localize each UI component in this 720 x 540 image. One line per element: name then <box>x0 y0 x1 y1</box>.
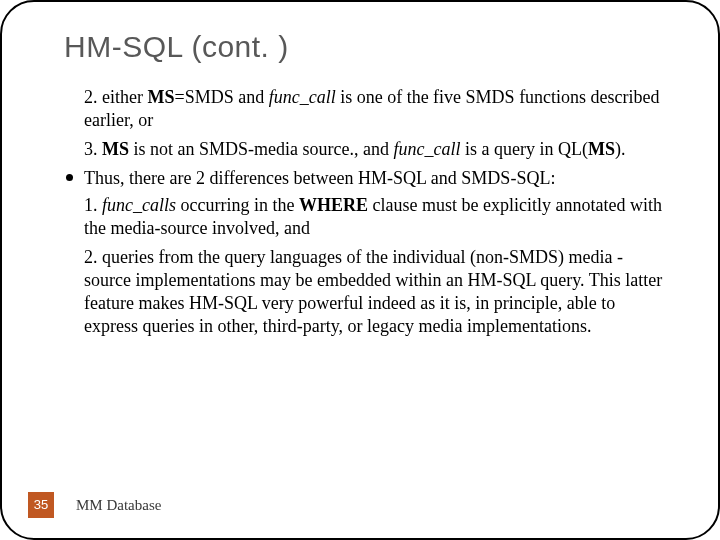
func-call-term: func_call <box>269 87 336 107</box>
slide-body: 2. either MS=SMDS and func_call is one o… <box>84 86 668 338</box>
diff-1: 1. func_calls occurring in the WHERE cla… <box>84 194 668 240</box>
func-calls-term: func_calls <box>102 195 176 215</box>
text: is not an SMDS-media source., and <box>129 139 393 159</box>
text: ). <box>615 139 626 159</box>
slide-footer: 35 MM Database <box>2 492 718 518</box>
text: 2. either <box>84 87 147 107</box>
text: occurring in the <box>176 195 299 215</box>
text: 1. <box>84 195 102 215</box>
point-2: 2. either MS=SMDS and func_call is one o… <box>84 86 668 132</box>
where-term: WHERE <box>299 195 368 215</box>
ms-term: MS <box>588 139 615 159</box>
footer-label: MM Database <box>76 492 161 518</box>
text: is a query in QL( <box>460 139 587 159</box>
text: Thus, there are 2 differences between HM… <box>84 168 555 188</box>
ms-term: MS <box>147 87 174 107</box>
text: 2. queries from the query languages of t… <box>84 247 662 336</box>
bullet-thus: Thus, there are 2 differences between HM… <box>66 167 668 190</box>
func-call-term: func_call <box>393 139 460 159</box>
page-number-badge: 35 <box>28 492 54 518</box>
point-3: 3. MS is not an SMDS-media source., and … <box>84 138 668 161</box>
slide-frame: HM-SQL (cont. ) 2. either MS=SMDS and fu… <box>0 0 720 540</box>
text: 3. <box>84 139 102 159</box>
text: =SMDS and <box>174 87 268 107</box>
ms-term: MS <box>102 139 129 159</box>
slide-title: HM-SQL (cont. ) <box>64 30 678 64</box>
diff-2: 2. queries from the query languages of t… <box>84 246 668 338</box>
